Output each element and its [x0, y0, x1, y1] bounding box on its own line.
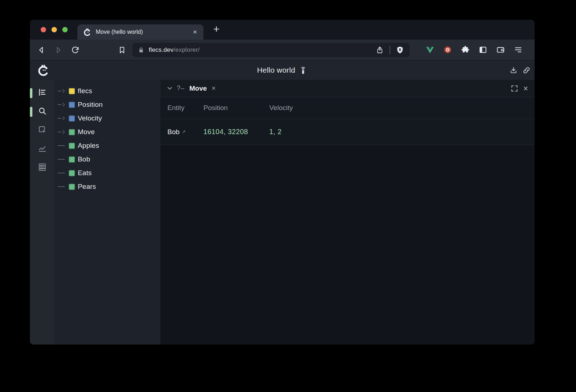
browser-window: Move (hello world) × + — [30, 20, 535, 345]
close-window-button[interactable] — [41, 27, 46, 32]
entity-color-swatch — [69, 88, 75, 94]
position-value: 16104, 32208 — [203, 128, 269, 136]
expand-arrow-icon[interactable] — [58, 130, 66, 134]
download-icon[interactable] — [509, 66, 518, 75]
entity-color-swatch — [69, 170, 75, 176]
search-panel-icon[interactable] — [37, 106, 47, 116]
tree-item-position[interactable]: Position — [54, 98, 160, 111]
entity-color-swatch — [69, 129, 75, 135]
panel-rail — [30, 80, 54, 345]
url-host: flecs.dev — [149, 46, 174, 53]
stats-panel-icon[interactable] — [37, 162, 47, 172]
expand-arrow-icon[interactable] — [58, 89, 66, 93]
flecs-favicon-icon — [83, 28, 91, 36]
query-panel-header: ?– Move × × — [160, 80, 535, 97]
velocity-value: 1, 2 — [269, 128, 527, 136]
entity-name[interactable]: Bob — [167, 128, 180, 136]
active-panel-indicator-tree — [30, 88, 32, 98]
vue-devtools-icon[interactable] — [426, 45, 435, 54]
column-header-entity[interactable]: Entity — [167, 104, 203, 112]
leaf-connector — [58, 186, 66, 187]
entity-cell: Bob↗ — [167, 128, 203, 136]
divider — [390, 46, 390, 54]
forward-button[interactable] — [54, 46, 63, 54]
column-header-position[interactable]: Position — [203, 104, 269, 112]
tree-item-label: Eats — [78, 169, 92, 177]
query-glyph: ?– — [177, 85, 185, 92]
url-text: flecs.dev/explorer/ — [149, 46, 200, 54]
chart-panel-icon[interactable] — [37, 143, 47, 153]
panel-empty-area — [160, 145, 535, 345]
open-entity-icon[interactable]: ↗ — [182, 129, 186, 135]
query-panel: ?– Move × × Entity Position Velocity — [160, 80, 535, 345]
leaf-connector — [58, 159, 66, 160]
share-icon[interactable] — [375, 46, 384, 54]
tree-item-label: Velocity — [78, 114, 102, 122]
tree-item-flecs[interactable]: flecs — [54, 84, 160, 98]
browser-toolbar: flecs.dev/explorer/ — [30, 40, 535, 60]
active-panel-indicator-query — [30, 107, 32, 117]
bookmark-icon[interactable] — [118, 46, 126, 54]
tree-item-label: flecs — [78, 87, 92, 95]
url-bar-actions — [375, 46, 404, 54]
tree-item-move[interactable]: Move — [54, 125, 160, 139]
entity-color-swatch — [69, 143, 75, 149]
tab-close-icon[interactable]: × — [192, 28, 198, 36]
tree-item-apples[interactable]: Apples — [54, 139, 160, 152]
results-table-header: Entity Position Velocity — [160, 97, 535, 119]
menu-icon[interactable] — [514, 45, 523, 54]
entity-color-swatch — [69, 102, 75, 108]
expand-arrow-icon[interactable] — [58, 116, 66, 120]
query-close-icon[interactable]: × — [212, 84, 216, 92]
leaf-connector — [58, 145, 66, 146]
leaf-connector — [58, 173, 66, 173]
entity-color-swatch — [69, 184, 75, 190]
url-bar[interactable]: flecs.dev/explorer/ — [132, 43, 410, 57]
brave-shield-icon[interactable] — [396, 46, 404, 54]
query-title: Move — [189, 85, 207, 92]
inspector-panel-icon[interactable] — [37, 124, 47, 135]
minimize-window-button[interactable] — [51, 27, 57, 32]
tree-panel-icon[interactable] — [37, 87, 47, 97]
app-content: flecs Position Velocity Move — [30, 80, 535, 345]
tree-item-label: Pears — [78, 183, 96, 191]
url-path: /explorer/ — [174, 46, 200, 53]
entity-color-swatch — [69, 115, 75, 122]
tree-item-bob[interactable]: Bob — [54, 152, 160, 166]
zoom-window-button[interactable] — [62, 27, 68, 32]
panel-close-icon[interactable]: × — [523, 85, 528, 92]
wallet-icon[interactable] — [496, 45, 505, 54]
reload-button[interactable] — [71, 46, 80, 54]
hexagon-extension-icon[interactable] — [443, 45, 452, 54]
remote-connection-icon[interactable] — [299, 65, 307, 75]
app-header: Hello world — [30, 60, 535, 80]
extensions-puzzle-icon[interactable] — [461, 45, 470, 54]
tab-title: Move (hello world) — [96, 29, 192, 35]
entity-color-swatch — [69, 156, 75, 163]
link-icon[interactable] — [522, 66, 531, 75]
new-tab-button[interactable]: + — [210, 22, 223, 37]
extensions-row — [426, 45, 523, 54]
traffic-lights — [41, 27, 68, 32]
column-header-velocity[interactable]: Velocity — [269, 104, 527, 112]
chevron-down-icon[interactable] — [167, 85, 173, 91]
header-actions — [509, 60, 531, 80]
panel-actions: × — [511, 85, 528, 92]
back-button[interactable] — [37, 46, 46, 54]
tree-item-eats[interactable]: Eats — [54, 166, 160, 180]
expand-arrow-icon[interactable] — [58, 102, 66, 107]
page-title: Hello world — [257, 66, 295, 74]
tree-item-label: Apples — [78, 142, 99, 150]
tree-item-label: Position — [78, 101, 103, 109]
tree-item-pears[interactable]: Pears — [54, 180, 160, 193]
tree-item-velocity[interactable]: Velocity — [54, 111, 160, 125]
table-row[interactable]: Bob↗ 16104, 32208 1, 2 — [160, 119, 535, 145]
tree-item-label: Move — [78, 128, 95, 136]
tab-bar: Move (hello world) × + — [30, 20, 535, 40]
lock-icon — [138, 47, 144, 53]
page-title-wrap: Hello world — [30, 60, 535, 80]
browser-tab[interactable]: Move (hello world) × — [77, 24, 203, 40]
entity-tree: flecs Position Velocity Move — [54, 80, 160, 345]
fullscreen-icon[interactable] — [511, 85, 518, 92]
sidebar-toggle-icon[interactable] — [478, 45, 487, 54]
